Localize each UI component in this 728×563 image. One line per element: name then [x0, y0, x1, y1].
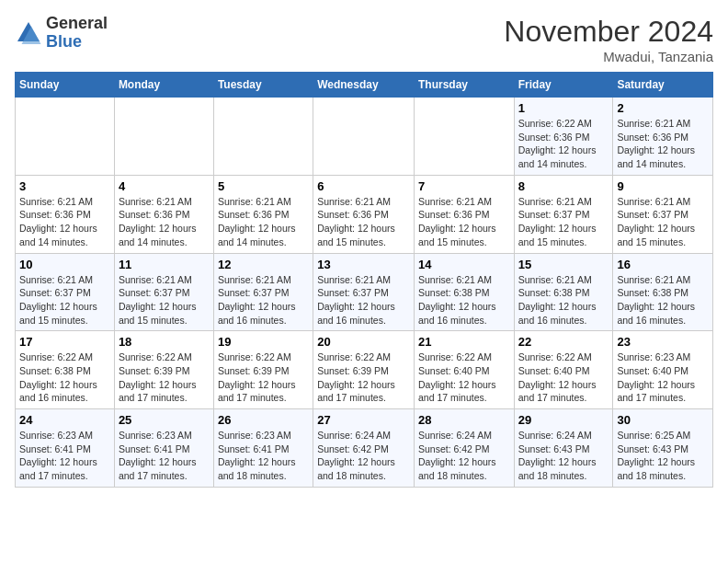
day-info: Sunrise: 6:21 AMSunset: 6:36 PMDaylight:…: [418, 195, 510, 249]
day-number: 11: [119, 258, 210, 271]
month-title: November 2024: [504, 15, 713, 49]
day-number: 21: [418, 335, 510, 349]
calendar-cell: 28Sunrise: 6:24 AMSunset: 6:42 PMDayligh…: [414, 409, 514, 488]
day-info: Sunrise: 6:21 AMSunset: 6:36 PMDaylight:…: [317, 195, 410, 249]
logo: General Blue: [15, 15, 108, 52]
calendar-cell: 6Sunrise: 6:21 AMSunset: 6:36 PMDaylight…: [313, 175, 415, 253]
day-info: Sunrise: 6:21 AMSunset: 6:38 PMDaylight:…: [617, 273, 709, 327]
calendar-cell: 16Sunrise: 6:21 AMSunset: 6:38 PMDayligh…: [613, 253, 713, 331]
location: Mwadui, Tanzania: [504, 49, 713, 64]
day-number: 12: [218, 258, 309, 271]
day-info: Sunrise: 6:21 AMSunset: 6:37 PMDaylight:…: [218, 273, 309, 327]
day-info: Sunrise: 6:22 AMSunset: 6:40 PMDaylight:…: [518, 350, 609, 405]
calendar-cell: 17Sunrise: 6:22 AMSunset: 6:38 PMDayligh…: [16, 331, 115, 409]
weekday-header: Sunday: [16, 73, 115, 98]
day-info: Sunrise: 6:21 AMSunset: 6:36 PMDaylight:…: [119, 195, 210, 249]
day-number: 9: [617, 179, 709, 193]
weekday-header: Tuesday: [213, 73, 313, 98]
calendar-cell: 5Sunrise: 6:21 AMSunset: 6:36 PMDaylight…: [213, 175, 313, 253]
calendar-cell: 11Sunrise: 6:21 AMSunset: 6:37 PMDayligh…: [114, 253, 213, 331]
calendar-cell: 13Sunrise: 6:21 AMSunset: 6:37 PMDayligh…: [313, 253, 415, 331]
logo-blue: Blue: [46, 32, 82, 51]
day-number: 29: [518, 413, 609, 427]
day-number: 24: [19, 413, 110, 427]
day-info: Sunrise: 6:24 AMSunset: 6:43 PMDaylight:…: [518, 429, 609, 483]
day-number: 23: [617, 335, 709, 349]
calendar-cell: [414, 98, 514, 176]
day-info: Sunrise: 6:24 AMSunset: 6:42 PMDaylight:…: [418, 429, 510, 483]
day-number: 8: [518, 179, 609, 193]
day-info: Sunrise: 6:21 AMSunset: 6:36 PMDaylight:…: [617, 117, 709, 171]
calendar-cell: 2Sunrise: 6:21 AMSunset: 6:36 PMDaylight…: [613, 98, 713, 176]
day-info: Sunrise: 6:23 AMSunset: 6:41 PMDaylight:…: [218, 429, 309, 483]
day-info: Sunrise: 6:21 AMSunset: 6:38 PMDaylight:…: [418, 273, 510, 327]
day-number: 27: [317, 413, 410, 427]
calendar-cell: 12Sunrise: 6:21 AMSunset: 6:37 PMDayligh…: [213, 253, 313, 331]
day-info: Sunrise: 6:21 AMSunset: 6:37 PMDaylight:…: [518, 195, 609, 249]
weekday-header: Saturday: [613, 73, 713, 98]
calendar-cell: 19Sunrise: 6:22 AMSunset: 6:39 PMDayligh…: [213, 331, 313, 409]
logo-icon: [15, 19, 42, 47]
calendar-table: SundayMondayTuesdayWednesdayThursdayFrid…: [15, 72, 713, 488]
calendar-cell: 18Sunrise: 6:22 AMSunset: 6:39 PMDayligh…: [114, 331, 213, 409]
day-number: 4: [119, 179, 210, 193]
day-number: 6: [317, 179, 410, 193]
day-info: Sunrise: 6:21 AMSunset: 6:38 PMDaylight:…: [518, 273, 609, 327]
day-number: 30: [617, 413, 709, 427]
day-number: 17: [19, 335, 110, 349]
calendar-cell: 27Sunrise: 6:24 AMSunset: 6:42 PMDayligh…: [313, 409, 415, 488]
calendar-header-row: SundayMondayTuesdayWednesdayThursdayFrid…: [16, 73, 713, 98]
day-number: 7: [418, 179, 510, 193]
title-block: November 2024 Mwadui, Tanzania: [504, 15, 713, 64]
calendar-week-row: 17Sunrise: 6:22 AMSunset: 6:38 PMDayligh…: [16, 331, 713, 409]
day-number: 28: [418, 413, 510, 427]
calendar-cell: 20Sunrise: 6:22 AMSunset: 6:39 PMDayligh…: [313, 331, 415, 409]
day-info: Sunrise: 6:23 AMSunset: 6:41 PMDaylight:…: [119, 429, 210, 483]
day-number: 25: [119, 413, 210, 427]
calendar-cell: 3Sunrise: 6:21 AMSunset: 6:36 PMDaylight…: [16, 175, 115, 253]
page-header: General Blue November 2024 Mwadui, Tanza…: [15, 15, 713, 64]
day-number: 15: [518, 258, 609, 271]
calendar-cell: 21Sunrise: 6:22 AMSunset: 6:40 PMDayligh…: [414, 331, 514, 409]
calendar-week-row: 10Sunrise: 6:21 AMSunset: 6:37 PMDayligh…: [16, 253, 713, 331]
calendar-cell: 23Sunrise: 6:23 AMSunset: 6:40 PMDayligh…: [613, 331, 713, 409]
calendar-cell: 9Sunrise: 6:21 AMSunset: 6:37 PMDaylight…: [613, 175, 713, 253]
calendar-cell: 8Sunrise: 6:21 AMSunset: 6:37 PMDaylight…: [514, 175, 613, 253]
day-number: 19: [218, 335, 309, 349]
day-number: 13: [317, 258, 410, 271]
weekday-header: Wednesday: [313, 73, 415, 98]
calendar-cell: 14Sunrise: 6:21 AMSunset: 6:38 PMDayligh…: [414, 253, 514, 331]
day-info: Sunrise: 6:21 AMSunset: 6:37 PMDaylight:…: [19, 273, 110, 327]
day-info: Sunrise: 6:22 AMSunset: 6:38 PMDaylight:…: [19, 350, 110, 405]
calendar-cell: [114, 98, 213, 176]
day-info: Sunrise: 6:21 AMSunset: 6:36 PMDaylight:…: [218, 195, 309, 249]
calendar-cell: 24Sunrise: 6:23 AMSunset: 6:41 PMDayligh…: [16, 409, 115, 488]
day-info: Sunrise: 6:25 AMSunset: 6:43 PMDaylight:…: [617, 429, 709, 483]
day-number: 2: [617, 101, 709, 115]
weekday-header: Friday: [514, 73, 613, 98]
calendar-cell: 25Sunrise: 6:23 AMSunset: 6:41 PMDayligh…: [114, 409, 213, 488]
day-info: Sunrise: 6:23 AMSunset: 6:40 PMDaylight:…: [617, 350, 709, 405]
weekday-header: Thursday: [414, 73, 514, 98]
day-number: 18: [119, 335, 210, 349]
logo-general: General: [46, 14, 108, 32]
day-info: Sunrise: 6:22 AMSunset: 6:39 PMDaylight:…: [218, 350, 309, 405]
day-number: 1: [518, 101, 609, 115]
day-info: Sunrise: 6:21 AMSunset: 6:37 PMDaylight:…: [317, 273, 410, 327]
day-info: Sunrise: 6:21 AMSunset: 6:37 PMDaylight:…: [119, 273, 210, 327]
calendar-cell: 10Sunrise: 6:21 AMSunset: 6:37 PMDayligh…: [16, 253, 115, 331]
day-number: 16: [617, 258, 709, 271]
calendar-cell: [213, 98, 313, 176]
day-info: Sunrise: 6:22 AMSunset: 6:36 PMDaylight:…: [518, 117, 609, 171]
day-info: Sunrise: 6:24 AMSunset: 6:42 PMDaylight:…: [317, 429, 410, 483]
calendar-week-row: 24Sunrise: 6:23 AMSunset: 6:41 PMDayligh…: [16, 409, 713, 488]
calendar-cell: 29Sunrise: 6:24 AMSunset: 6:43 PMDayligh…: [514, 409, 613, 488]
logo-text: General Blue: [46, 15, 108, 52]
calendar-cell: 22Sunrise: 6:22 AMSunset: 6:40 PMDayligh…: [514, 331, 613, 409]
day-number: 5: [218, 179, 309, 193]
day-info: Sunrise: 6:22 AMSunset: 6:40 PMDaylight:…: [418, 350, 510, 405]
calendar-cell: 30Sunrise: 6:25 AMSunset: 6:43 PMDayligh…: [613, 409, 713, 488]
calendar-cell: 7Sunrise: 6:21 AMSunset: 6:36 PMDaylight…: [414, 175, 514, 253]
calendar-cell: [313, 98, 415, 176]
calendar-cell: 1Sunrise: 6:22 AMSunset: 6:36 PMDaylight…: [514, 98, 613, 176]
